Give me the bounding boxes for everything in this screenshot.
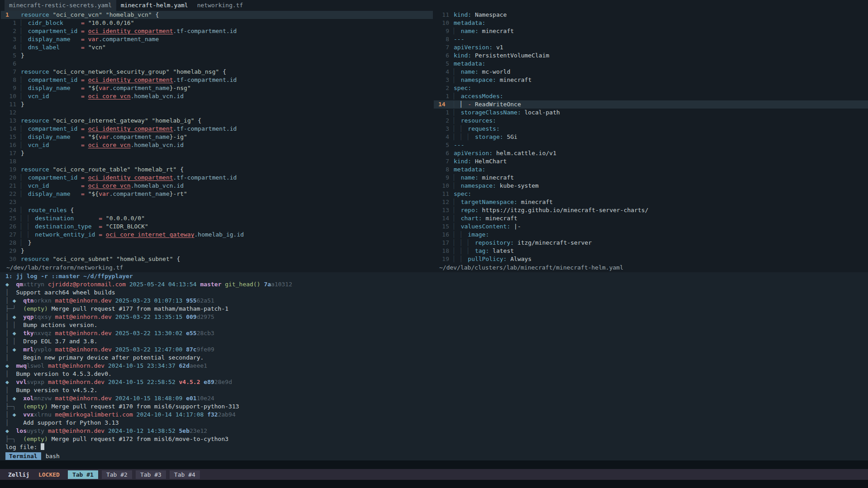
code-segment: = — [81, 76, 85, 83]
zellij-session: minecraft-restic-secrets.yamlminecraft-h… — [0, 0, 868, 488]
code-segment: ▏ — [454, 117, 457, 124]
code-line: 16▏ vcn_id = oci_core_vcn.homelab_vcn.id — [1, 141, 433, 149]
line-number: 12 — [434, 198, 449, 206]
zellij-tab-4[interactable]: Tab #4 — [170, 470, 200, 479]
code-segment: me@mirkogalimberti.com — [55, 411, 133, 418]
code-segment — [471, 239, 475, 246]
code-segment — [457, 231, 461, 238]
code-segment: ▏ — [454, 76, 457, 83]
line-content: apiVersion: v1 — [454, 43, 868, 52]
code-segment: "homelab_vcn" — [106, 11, 152, 18]
line-content: ▏ ▏ image: — [454, 231, 868, 239]
code-line: 2▏ resources: — [434, 117, 868, 125]
code-line: 18▏ ▏ ▏ tag: latest — [434, 247, 868, 255]
code-line: 5metadata: — [434, 60, 868, 68]
code-segment: destination — [35, 215, 74, 222]
code-segment: "CIDR_BLOCK" — [106, 223, 148, 230]
zellij-tab-2[interactable]: Tab #2 — [102, 470, 132, 479]
code-segment: mnzvw — [34, 395, 52, 402]
code-segment: master — [200, 281, 222, 288]
line-number: 7 — [1, 68, 16, 76]
mode-indicator-locked: LOCKED — [34, 471, 64, 478]
code-line: 16▏ ▏ image: — [434, 231, 868, 239]
line-number: 17 — [1, 149, 16, 157]
code-segment: ▏ — [454, 101, 457, 108]
code-segment — [71, 85, 81, 91]
line-content: metadata: — [454, 166, 868, 174]
code-segment — [457, 133, 461, 140]
code-segment: namespace: — [461, 182, 496, 189]
code-segment: HelmChart — [471, 158, 507, 165]
prompt-text: log file: — [5, 444, 41, 450]
terminal-pane[interactable]: 1: jj log -r ::master ~/d/ffpyplayer ◆ q… — [0, 272, 868, 451]
code-segment — [77, 76, 81, 83]
editor-pane-networking[interactable]: 1resource "oci_core_vcn" "homelab_vcn" {… — [0, 11, 433, 272]
code-segment: f32 — [207, 411, 218, 418]
line-content — [21, 157, 433, 166]
code-segment: .tf-compartment.id — [173, 174, 237, 181]
code-segment — [71, 133, 81, 140]
code-segment: } — [21, 247, 24, 254]
line-content: kind: Namespace — [454, 11, 868, 19]
code-segment: lswol — [27, 362, 44, 369]
code-line: 17} — [1, 149, 433, 157]
line-content: ▏ compartment_id = oci_identity_compartm… — [21, 174, 433, 182]
buffer-tab-3[interactable]: networking.tf — [193, 0, 248, 11]
line-number: 7 — [434, 157, 449, 166]
zellij-tab-1[interactable]: Tab #1 — [68, 470, 98, 479]
line-content: ▏ route_rules { — [21, 206, 433, 214]
code-segment: .homelab_ig.id — [194, 231, 244, 238]
code-segment: - — [468, 101, 471, 108]
code-segment: resources: — [461, 117, 496, 124]
code-segment: = — [99, 215, 102, 222]
code-segment: ▏ — [468, 239, 471, 246]
line-content: ▏ ▏ destination = "0.0.0.0/0" — [21, 214, 433, 223]
line-content: ▏ display_name = var.compartment_name — [21, 35, 433, 43]
code-segment: e55 — [186, 330, 196, 336]
code-segment: } — [21, 101, 24, 108]
code-segment — [85, 133, 88, 140]
buffer-tab-1[interactable]: minecraft-restic-secrets.yaml — [5, 0, 116, 11]
line-number: 18 — [434, 247, 449, 255]
code-segment — [44, 362, 48, 369]
code-segment: 2025-03-22 13:30:02 — [115, 330, 183, 336]
code-segment: var — [99, 133, 109, 140]
code-segment — [133, 411, 137, 418]
code-segment: Bump version to 4.5.3.dev0. — [16, 370, 111, 377]
code-segment — [457, 28, 461, 34]
code-segment: ▏ — [21, 239, 24, 246]
code-segment — [457, 247, 461, 254]
buffer-tab-2[interactable]: minecraft-helm.yaml — [116, 0, 193, 11]
code-segment — [102, 11, 106, 18]
code-segment: │ — [5, 354, 23, 361]
terminal-prompt-line[interactable]: log file: — [5, 443, 868, 451]
code-line: 1▏ storageClassName: local-path — [434, 109, 868, 117]
line-content: │ │ Bump actions version. — [5, 321, 868, 329]
code-segment: ◆ — [5, 379, 9, 385]
code-segment — [24, 215, 28, 222]
code-minecraft-helm-yaml[interactable]: 11kind: Namespace10metadata:9▏ name: min… — [434, 11, 868, 263]
line-content — [21, 198, 433, 206]
log-line: │ ◆ vvxxlrnu me@mirkogalimberti.com 2024… — [5, 411, 868, 419]
log-line: │ ◆ tkynxvqz matt@einhorn.dev 2025-03-22… — [5, 329, 868, 337]
line-content: ▏ compartment_id = oci_identity_compartm… — [21, 125, 433, 133]
code-segment: = — [81, 19, 85, 26]
code-segment: │ — [5, 387, 16, 393]
code-segment: 62d — [179, 362, 190, 369]
code-line: 6 — [1, 60, 433, 68]
code-segment — [457, 223, 461, 230]
line-content: } — [21, 100, 433, 109]
code-segment — [16, 346, 23, 353]
line-number: 19 — [1, 166, 16, 174]
code-segment: e89 — [204, 379, 214, 385]
editor-pane-minecraft-helm[interactable]: 11kind: Namespace10metadata:9▏ name: min… — [433, 11, 868, 272]
code-segment — [112, 395, 115, 402]
code-networking-tf[interactable]: 1resource "oci_core_vcn" "homelab_vcn" {… — [1, 11, 433, 263]
code-line: 2spec: — [434, 84, 868, 92]
zellij-tab-3[interactable]: Tab #3 — [136, 470, 166, 479]
code-line: 11} — [1, 100, 433, 109]
line-content: │ Bump version to v4.5.2. — [5, 386, 868, 394]
line-content: ◆ qmxttryn cjriddz@protonmail.com 2025-0… — [5, 280, 868, 289]
line-number: 8 — [434, 166, 449, 174]
code-segment — [44, 281, 48, 288]
